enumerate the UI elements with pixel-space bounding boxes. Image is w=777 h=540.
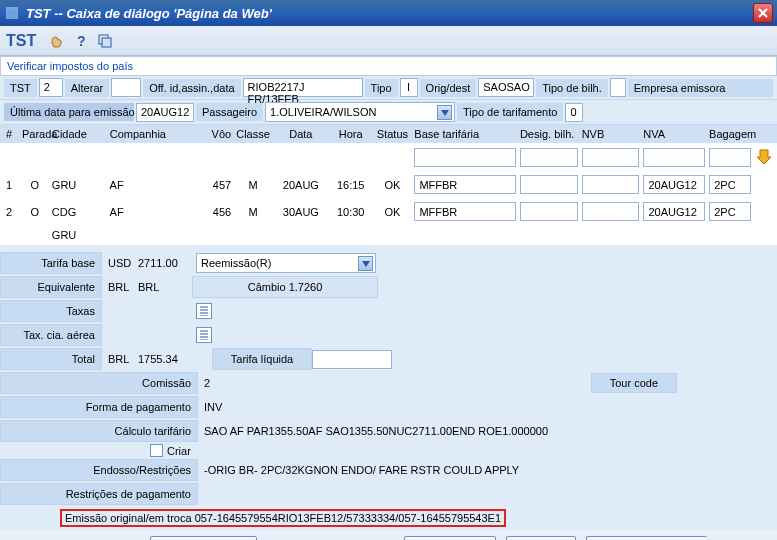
reemissao-select[interactable]: Reemissão(R) bbox=[196, 253, 376, 273]
col-num: # bbox=[4, 128, 20, 140]
bag-input[interactable] bbox=[709, 175, 751, 194]
table-row: 1OGRUAF457M20AUG16:15OK bbox=[0, 171, 777, 198]
app-label: TST bbox=[6, 32, 36, 50]
close-button[interactable] bbox=[753, 3, 773, 23]
table-row: GRU bbox=[0, 225, 777, 245]
button-row: Atualizar Atualiz. segmentos Excluir NOA… bbox=[0, 530, 777, 540]
verify-taxes-link[interactable]: Verificar impostos do país bbox=[0, 56, 777, 76]
copy-icon[interactable] bbox=[96, 32, 114, 50]
filter-row-2: Última data para emissão 20AUG12 Passage… bbox=[0, 100, 777, 125]
tipotarif-value: 0 bbox=[565, 103, 583, 122]
emissao-highlight: Emissão original/em troca 057-1645579554… bbox=[60, 509, 506, 527]
criar-label: Criar bbox=[167, 445, 191, 457]
list-icon[interactable] bbox=[196, 303, 212, 319]
tipobilh-value bbox=[610, 78, 626, 97]
form-section: Tarifa base USD 2711.00 Reemissão(R) Equ… bbox=[0, 245, 777, 530]
desig-input[interactable] bbox=[520, 175, 578, 194]
chevron-down-icon bbox=[358, 256, 373, 271]
endosso-label: Endosso/Restrições bbox=[0, 459, 198, 481]
svg-rect-3 bbox=[102, 38, 111, 47]
tipobilh-label: Tipo de bilh. bbox=[536, 79, 608, 97]
col-parada: Parada bbox=[20, 128, 50, 140]
calculo-label: Cálculo tarifário bbox=[0, 420, 198, 442]
comissao-val: 2 bbox=[198, 374, 218, 392]
col-nva: NVA bbox=[641, 128, 707, 140]
hand-icon[interactable] bbox=[48, 32, 66, 50]
emissao-label: Emissão original/em troca bbox=[65, 512, 192, 524]
equivalente-cur: BRL bbox=[102, 278, 132, 296]
emissao-val: 057-1645579554RIO13FEB12/57333334/057-16… bbox=[195, 512, 501, 524]
tipo-label: Tipo bbox=[365, 79, 398, 97]
toolbar: TST ? bbox=[0, 26, 777, 56]
window-titlebar: TST -- Caixa de diálogo 'Página da Web' bbox=[0, 0, 777, 26]
app-icon bbox=[4, 5, 20, 21]
comissao-label: Comissão bbox=[0, 372, 198, 394]
col-cidade: Cidade bbox=[50, 128, 108, 140]
passageiro-label: Passageiro bbox=[196, 103, 263, 121]
tax-cia-label: Tax. cia. aérea bbox=[0, 324, 102, 346]
nva-input[interactable] bbox=[643, 202, 705, 221]
col-companhia: Companhia bbox=[108, 128, 184, 140]
table-row: 2OCDGAF456M30AUG10:30OK bbox=[0, 198, 777, 225]
nva-input[interactable] bbox=[643, 175, 705, 194]
nvb-input[interactable] bbox=[582, 175, 640, 194]
nva-input-blank[interactable] bbox=[643, 148, 705, 167]
base-input[interactable] bbox=[414, 175, 516, 194]
alterar-input[interactable] bbox=[111, 78, 141, 97]
window-title: TST -- Caixa de diálogo 'Página da Web' bbox=[26, 6, 753, 21]
origdest-label: Orig/dest bbox=[420, 79, 477, 97]
info-reemissao-button[interactable]: Informações sobre ree bbox=[586, 536, 707, 540]
nvb-input[interactable] bbox=[582, 202, 640, 221]
forma-pag-val: INV bbox=[198, 398, 228, 416]
empresa-label: Empresa emissora bbox=[628, 79, 773, 97]
equivalente-val: BRL bbox=[132, 278, 192, 296]
cambio-label: Câmbio 1.7260 bbox=[192, 276, 378, 298]
arrow-down-icon[interactable] bbox=[755, 147, 773, 167]
list-icon[interactable] bbox=[196, 327, 212, 343]
taxas-label: Taxas bbox=[0, 300, 102, 322]
svg-text:?: ? bbox=[77, 33, 86, 49]
col-hora: Hora bbox=[329, 128, 373, 140]
col-classe: Classe bbox=[233, 128, 273, 140]
ultima-value: 20AUG12 bbox=[136, 103, 194, 122]
grid-input-row bbox=[0, 143, 777, 171]
tarifa-liquida-input[interactable] bbox=[312, 350, 392, 369]
base-input-blank[interactable] bbox=[414, 148, 516, 167]
tst-value: 2 bbox=[39, 78, 63, 97]
verify-taxes-label: Verificar impostos do país bbox=[7, 60, 133, 72]
endosso-val: -ORIG BR- 2PC/32KGNON ENDO/ FARE RSTR CO… bbox=[198, 461, 525, 479]
desig-input[interactable] bbox=[520, 202, 578, 221]
col-nvb: NVB bbox=[580, 128, 642, 140]
tarifa-base-label: Tarifa base bbox=[0, 252, 102, 274]
filter-row-1: TST 2 Alterar Off. id,assin.,data RIOB22… bbox=[0, 76, 777, 100]
bag-input[interactable] bbox=[709, 202, 751, 221]
offid-value: RIOB2217J FR/13FEB bbox=[243, 78, 363, 97]
tst-label: TST bbox=[4, 79, 37, 97]
help-icon[interactable]: ? bbox=[72, 32, 90, 50]
criar-checkbox[interactable] bbox=[150, 444, 163, 457]
tarifa-base-val: 2711.00 bbox=[132, 254, 192, 272]
passageiro-value: 1.OLIVEIRA/WILSON bbox=[270, 106, 376, 118]
criar-mco-button[interactable]: Criar MCO bbox=[506, 536, 576, 540]
alterar-label[interactable]: Alterar bbox=[65, 79, 109, 97]
tarifa-liquida-label[interactable]: Tarifa líquida bbox=[212, 348, 312, 370]
equivalente-label: Equivalente bbox=[0, 276, 102, 298]
atualiz-segmentos-button[interactable]: Atualiz. segmentos bbox=[150, 536, 257, 540]
tipo-value: I bbox=[400, 78, 418, 97]
ultima-label: Última data para emissão bbox=[4, 103, 134, 121]
passageiro-select[interactable]: 1.OLIVEIRA/WILSON bbox=[265, 102, 455, 122]
total-val: 1755.34 bbox=[132, 350, 192, 368]
total-label: Total bbox=[0, 348, 102, 370]
bag-input-blank[interactable] bbox=[709, 148, 751, 167]
col-voo: Vôo bbox=[183, 128, 233, 140]
base-input[interactable] bbox=[414, 202, 516, 221]
desig-input-blank[interactable] bbox=[520, 148, 578, 167]
offid-label: Off. id,assin.,data bbox=[143, 79, 240, 97]
reemissao-value: Reemissão(R) bbox=[201, 257, 271, 269]
tipotarif-label: Tipo de tarifamento bbox=[457, 103, 563, 121]
chevron-down-icon bbox=[437, 105, 452, 120]
calculo-val: SAO AF PAR1355.50AF SAO1355.50NUC2711.00… bbox=[198, 422, 554, 440]
taxa-servico-button[interactable]: Taxa de serviço bbox=[404, 536, 496, 540]
nvb-input-blank[interactable] bbox=[582, 148, 640, 167]
origdest-value: SAOSAO bbox=[478, 78, 534, 97]
